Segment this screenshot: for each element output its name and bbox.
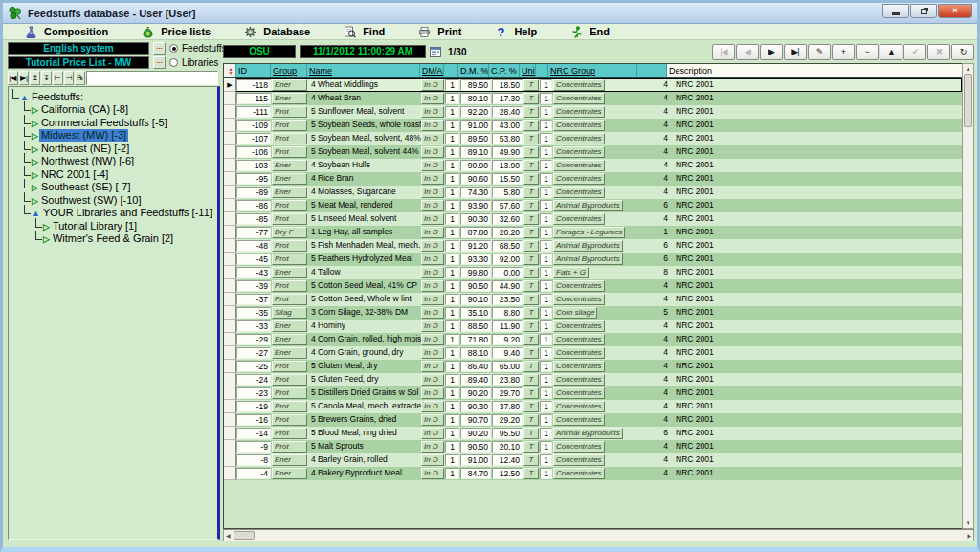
nrc-group-badge[interactable]: Concentrates (553, 133, 605, 144)
cell-dry-matter[interactable]: 91.00 (460, 120, 491, 131)
4 Rice Bran[interactable]: -95 Ener 4 Rice Bran In D 1 90.60 15.50 … (224, 172, 962, 186)
nrc-group-badge[interactable]: Concentrates (553, 468, 605, 479)
4 Wheat Middlings[interactable]: ▶ -118 Ener 4 Wheat Middlings In D 1 89.… (224, 78, 962, 92)
unit-badge[interactable]: T (523, 133, 539, 144)
tree-search-input[interactable] (86, 71, 218, 85)
cell-feed-name[interactable]: 5 Gluten Feed, dry (308, 373, 421, 386)
cell-factor-1[interactable]: 1 (445, 227, 459, 238)
cell-dry-matter[interactable]: 90.10 (460, 294, 491, 305)
4 Molasses, Sugarcane[interactable]: -89 Ener 4 Molasses, Sugarcane In D 1 74… (224, 186, 962, 199)
unit-badge[interactable]: T (523, 227, 539, 238)
cell-factor-2[interactable]: 1 (540, 441, 552, 453)
tree-node-icon[interactable] (32, 156, 38, 167)
cell-feed-name[interactable]: 4 Tallow (308, 266, 421, 279)
5 Cotton Seed Meal, 41% CP[interactable]: -39 Prot 5 Cotton Seed Meal, 41% CP In D… (224, 279, 962, 293)
menu-item-composition[interactable]: Composition (24, 25, 108, 38)
nrc-group-badge[interactable]: Concentrates (553, 93, 605, 104)
cell-factor-1[interactable]: 1 (445, 267, 459, 278)
cell-feed-name[interactable]: 5 Soybean Seeds, whole roasted (308, 119, 421, 132)
dmaf-badge[interactable]: In D (421, 173, 444, 185)
cell-crude-protein[interactable]: 20.20 (492, 227, 523, 238)
tree-node-icon[interactable] (43, 233, 50, 245)
group-badge[interactable]: Prot (272, 441, 307, 453)
dmaf-badge[interactable]: In D (421, 441, 444, 453)
cell-id[interactable]: -118 (236, 79, 271, 91)
cell-factor-1[interactable]: 1 (445, 428, 459, 439)
unit-badge[interactable]: T (523, 146, 539, 158)
unit-badge[interactable]: T (523, 213, 539, 225)
cell-feed-name[interactable]: 4 Wheat Bran (308, 92, 421, 105)
cell-id[interactable]: -106 (236, 146, 271, 158)
cell-factor-1[interactable]: 1 (445, 146, 459, 158)
dmaf-badge[interactable]: In D (421, 213, 444, 225)
dmaf-badge[interactable]: In D (421, 133, 444, 144)
cell-id[interactable]: -23 (236, 387, 271, 399)
unit-badge[interactable]: T (523, 254, 539, 265)
menu-item-print[interactable]: Print (417, 25, 461, 38)
sort-down-icon[interactable]: ▼ (229, 71, 234, 76)
cell-crude-protein[interactable]: 43.00 (492, 120, 523, 131)
sort-spinner[interactable]: ▲ ▼ (224, 64, 236, 77)
group-badge[interactable]: Prot (272, 133, 307, 144)
4 Soybean Hulls[interactable]: -103 Ener 4 Soybean Hulls In D 1 90.90 1… (224, 159, 962, 172)
tree-item[interactable]: California (CA) [-8] (11, 103, 215, 117)
cell-factor-1[interactable]: 1 (445, 387, 459, 399)
cell-factor-1[interactable]: 1 (445, 401, 459, 412)
cell-factor-1[interactable]: 1 (445, 468, 459, 479)
cell-feed-name[interactable]: 5 Canola Meal, mech. extracted (308, 400, 421, 413)
cell-dry-matter[interactable]: 90.30 (460, 401, 491, 412)
cell-factor-2[interactable]: 1 (540, 387, 552, 399)
find-feedstuff-button[interactable]: ℞ (75, 71, 85, 85)
nrc-group-badge[interactable]: Concentrates (553, 120, 605, 131)
cell-id[interactable]: -45 (236, 254, 271, 265)
menu-item-find[interactable]: Find (343, 25, 385, 38)
cell-crude-protein[interactable]: 44.90 (492, 280, 523, 292)
dmaf-badge[interactable]: In D (421, 294, 444, 305)
cell-id[interactable]: -9 (236, 441, 271, 453)
cell-factor-2[interactable]: 1 (540, 347, 552, 359)
cell-factor-2[interactable]: 1 (540, 428, 552, 439)
5 Canola Meal, mech. extracted[interactable]: -19 Prot 5 Canola Meal, mech. extracted … (224, 400, 962, 413)
cell-factor-1[interactable]: 1 (445, 240, 459, 252)
nrc-group-badge[interactable]: Concentrates (553, 454, 605, 466)
5 Soybean Seeds, whole roasted[interactable]: -109 Prot 5 Soybean Seeds, whole roasted… (224, 119, 962, 132)
4 Barley Grain, rolled[interactable]: -8 Ener 4 Barley Grain, rolled In D 1 91… (224, 453, 962, 467)
unit-badge[interactable]: T (523, 334, 539, 345)
tree-node-icon[interactable] (32, 104, 38, 116)
cell-crude-protein[interactable]: 32.60 (492, 213, 523, 225)
nrc-group-badge[interactable]: Concentrates (553, 146, 605, 158)
vertical-scroll-thumb[interactable] (964, 74, 972, 127)
cell-id[interactable]: -37 (236, 294, 271, 305)
unit-badge[interactable]: T (523, 187, 539, 198)
cell-factor-2[interactable]: 1 (540, 120, 552, 131)
group-badge[interactable]: Prot (272, 361, 307, 372)
4 Tallow[interactable]: -43 Ener 4 Tallow In D 1 99.80 0.00 T 1 … (224, 266, 962, 279)
tree-item[interactable]: NRC 2001 [-4] (11, 167, 215, 181)
cell-id[interactable]: -14 (236, 428, 271, 439)
cell-dry-matter[interactable]: 90.50 (460, 280, 491, 292)
cell-feed-name[interactable]: 4 Hominy (308, 320, 421, 333)
cell-factor-1[interactable]: 1 (445, 414, 459, 426)
group-badge[interactable]: Prot (272, 254, 307, 265)
header-nrc-group[interactable]: NRC Group (548, 64, 637, 77)
nrc-group-badge[interactable]: Concentrates (553, 347, 605, 359)
cell-id[interactable]: -77 (236, 227, 271, 238)
group-badge[interactable]: Prot (272, 240, 307, 252)
cell-dry-matter[interactable]: 71.80 (460, 334, 491, 345)
nrc-group-badge[interactable]: Fats + G (553, 267, 589, 278)
horizontal-scrollbar[interactable]: ◀ ▶ (223, 529, 974, 541)
5 Brewers Grains, dried[interactable]: -16 Prot 5 Brewers Grains, dried In D 1 … (224, 413, 962, 427)
cell-dry-matter[interactable]: 93.30 (460, 254, 491, 265)
tree-node-icon[interactable] (32, 182, 38, 193)
group-badge[interactable]: Ener (272, 454, 307, 466)
cell-factor-2[interactable]: 1 (540, 200, 552, 211)
cell-id[interactable]: -29 (236, 334, 271, 345)
header-group[interactable]: Group (271, 64, 307, 77)
cell-factor-1[interactable]: 1 (445, 454, 459, 466)
cell-feed-name[interactable]: 5 Fish Menhaden Meal, mech. (308, 239, 421, 253)
cell-dry-matter[interactable]: 89.50 (460, 133, 491, 144)
cell-dry-matter[interactable]: 92.20 (460, 106, 491, 118)
scroll-to-top-button[interactable]: ↥ (30, 71, 40, 85)
5 Meat Meal, rendered[interactable]: -86 Prot 5 Meat Meal, rendered In D 1 93… (224, 199, 962, 212)
cell-factor-1[interactable]: 1 (445, 120, 459, 131)
